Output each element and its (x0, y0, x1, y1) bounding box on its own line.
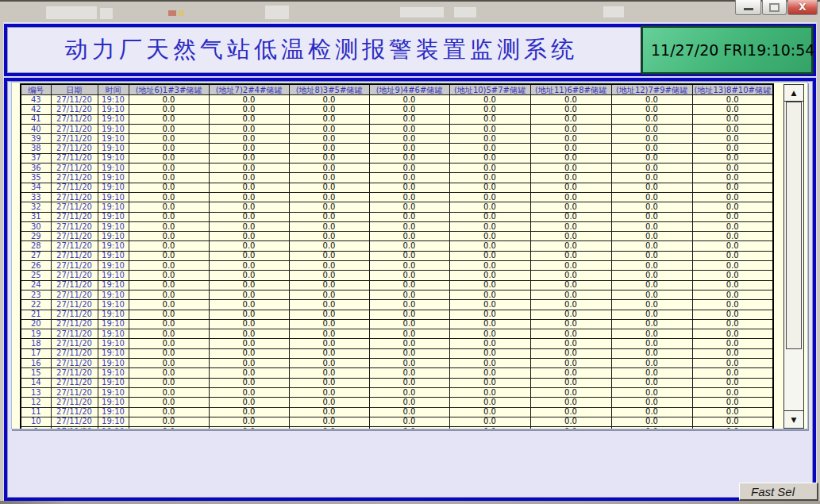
value-cell: 0.0 (530, 407, 611, 417)
value-cell: 0.0 (289, 183, 369, 192)
record-meta-cell: 26 (21, 261, 51, 271)
record-meta-cell: 27/11/20 (51, 202, 98, 212)
value-cell: 0.0 (449, 232, 530, 241)
value-cell: 0.0 (449, 329, 530, 339)
table-row: 3827/11/2019:100.00.00.00.00.00.00.00.0 (21, 144, 773, 153)
record-meta-cell: 19:10 (98, 251, 129, 260)
column-header: (地址10)5#7#储罐 (449, 84, 530, 95)
record-meta-cell: 27/11/20 (51, 271, 98, 280)
table-row: 1327/11/2019:100.00.00.00.00.00.00.00.0 (21, 387, 773, 397)
record-meta-cell: 19:10 (98, 192, 129, 202)
value-cell: 0.0 (530, 164, 611, 173)
record-meta-cell: 14 (21, 378, 51, 387)
value-cell: 0.0 (449, 427, 530, 429)
background-artifact (100, 8, 113, 19)
value-cell: 0.0 (209, 407, 289, 417)
value-cell: 0.0 (129, 192, 209, 202)
value-cell: 0.0 (209, 105, 289, 114)
value-cell: 0.0 (289, 192, 369, 202)
value-cell: 0.0 (209, 339, 289, 348)
value-cell: 0.0 (369, 105, 449, 114)
vertical-scrollbar[interactable]: ▲ ▼ (783, 84, 804, 429)
value-cell: 0.0 (449, 280, 530, 290)
value-cell: 0.0 (611, 95, 692, 105)
value-cell: 0.0 (209, 251, 289, 260)
value-cell: 0.0 (449, 407, 530, 417)
value-cell: 0.0 (449, 300, 530, 310)
record-meta-cell: 27/11/20 (51, 183, 98, 192)
value-cell: 0.0 (209, 221, 289, 231)
record-meta-cell: 27/11/20 (51, 387, 98, 397)
value-cell: 0.0 (369, 378, 449, 387)
table-row: 3127/11/2019:100.00.00.00.00.00.00.00.0 (21, 212, 773, 221)
scrollbar-thumb[interactable] (786, 102, 802, 349)
value-cell: 0.0 (129, 124, 209, 133)
value-cell: 0.0 (692, 378, 773, 387)
date-label: 11/27/20 FRI (651, 41, 747, 59)
value-cell: 0.0 (692, 300, 773, 310)
restore-button[interactable] (762, 0, 787, 15)
record-meta-cell: 27/11/20 (51, 417, 98, 426)
record-meta-cell: 27/11/20 (51, 348, 98, 358)
value-cell: 0.0 (530, 359, 611, 368)
fast-sel-button[interactable]: Fast Sel (739, 483, 818, 501)
value-cell: 0.0 (209, 359, 289, 368)
record-meta-cell: 27 (21, 251, 51, 260)
value-cell: 0.0 (209, 202, 289, 212)
table-row: 4227/11/2019:100.00.00.00.00.00.00.00.0 (21, 105, 773, 114)
record-meta-cell: 27/11/20 (51, 329, 98, 339)
restore-icon (769, 3, 780, 12)
value-cell: 0.0 (129, 368, 209, 378)
record-meta-cell: 19:10 (98, 261, 129, 271)
value-cell: 0.0 (209, 173, 289, 183)
value-cell: 0.0 (209, 192, 289, 202)
table-row: 3027/11/2019:100.00.00.00.00.00.00.00.0 (21, 221, 773, 231)
record-meta-cell: 27/11/20 (51, 319, 98, 329)
value-cell: 0.0 (209, 212, 289, 221)
table-row: 3227/11/2019:100.00.00.00.00.00.00.00.0 (21, 202, 773, 212)
value-cell: 0.0 (129, 221, 209, 231)
value-cell: 0.0 (289, 173, 369, 183)
value-cell: 0.0 (449, 251, 530, 260)
record-meta-cell: 19:10 (98, 417, 129, 426)
value-cell: 0.0 (692, 105, 773, 114)
value-cell: 0.0 (530, 427, 611, 429)
value-cell: 0.0 (692, 221, 773, 231)
scroll-up-button[interactable]: ▲ (784, 85, 803, 102)
record-meta-cell: 29 (21, 232, 51, 241)
record-meta-cell: 19:10 (98, 407, 129, 417)
record-meta-cell: 31 (21, 212, 51, 221)
value-cell: 0.0 (129, 280, 209, 290)
record-meta-cell: 19:10 (98, 368, 129, 378)
table-row: 2727/11/2019:100.00.00.00.00.00.00.00.0 (21, 251, 773, 260)
value-cell: 0.0 (449, 339, 530, 348)
value-cell: 0.0 (289, 300, 369, 310)
value-cell: 0.0 (369, 124, 449, 133)
value-cell: 0.0 (289, 378, 369, 387)
desktop-top-edge (0, 0, 820, 2)
value-cell: 0.0 (209, 417, 289, 426)
value-cell: 0.0 (530, 202, 611, 212)
value-cell: 0.0 (611, 212, 692, 221)
value-cell: 0.0 (611, 153, 692, 163)
minimize-button[interactable] (735, 0, 761, 15)
value-cell: 0.0 (129, 105, 209, 114)
record-meta-cell: 27/11/20 (51, 153, 98, 163)
table-body: 4327/11/2019:100.00.00.00.00.00.00.00.04… (21, 95, 773, 430)
record-meta-cell: 19:10 (98, 348, 129, 358)
value-cell: 0.0 (129, 134, 209, 144)
value-cell: 0.0 (530, 398, 611, 407)
value-cell: 0.0 (611, 134, 692, 144)
close-button[interactable]: X (787, 0, 818, 15)
record-meta-cell: 19:10 (98, 232, 129, 241)
background-artifact (454, 7, 476, 17)
record-meta-cell: 27/11/20 (51, 339, 98, 348)
record-meta-cell: 27/11/20 (51, 427, 98, 429)
value-cell: 0.0 (289, 241, 369, 251)
scroll-down-button[interactable]: ▼ (784, 410, 803, 428)
value-cell: 0.0 (129, 212, 209, 221)
record-meta-cell: 35 (21, 173, 51, 183)
record-meta-cell: 43 (21, 95, 51, 105)
value-cell: 0.0 (369, 339, 449, 348)
record-meta-cell: 19:10 (98, 427, 129, 429)
